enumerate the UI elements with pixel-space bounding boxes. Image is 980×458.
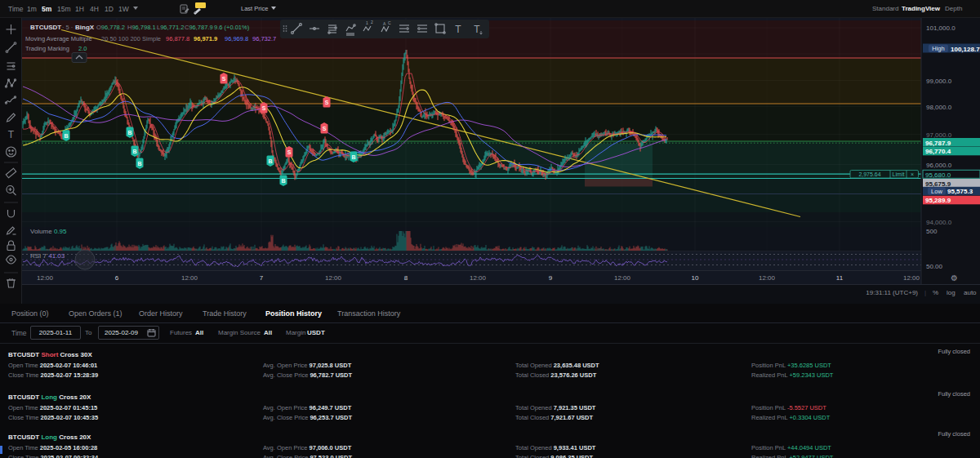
svg-text:· 5 ·: · 5 · <box>62 24 73 31</box>
svg-text:2.0: 2.0 <box>78 45 87 52</box>
svg-text:12:00: 12:00 <box>903 274 920 282</box>
svg-text:9: 9 <box>549 274 553 282</box>
svg-text:T: T <box>455 24 461 35</box>
svg-text:8: 8 <box>404 274 408 282</box>
svg-text:96,971.9: 96,971.9 <box>194 35 217 42</box>
svg-text:101,000.0: 101,000.0 <box>926 24 956 32</box>
svg-text:High: High <box>932 45 944 52</box>
svg-text:9.6 (+0.01%): 9.6 (+0.01%) <box>214 24 250 31</box>
svg-text:Moving Average Multiple: Moving Average Multiple <box>25 35 92 42</box>
svg-text:95,575.3: 95,575.3 <box>947 188 973 195</box>
svg-text:19:31:11 (UTC+9): 19:31:11 (UTC+9) <box>866 289 918 296</box>
svg-text:2: 2 <box>371 20 373 24</box>
svg-text:100,128.7: 100,128.7 <box>951 46 980 53</box>
svg-text:50.00: 50.00 <box>926 263 943 270</box>
svg-text:500: 500 <box>926 228 938 235</box>
svg-text:2,975.64: 2,975.64 <box>858 171 880 177</box>
svg-text:T: T <box>474 24 480 35</box>
svg-text:12:00: 12:00 <box>37 274 54 282</box>
svg-text:B: B <box>281 178 285 184</box>
svg-text:S: S <box>325 100 329 105</box>
svg-text:96,787.9: 96,787.9 <box>925 140 951 147</box>
svg-text:7: 7 <box>260 274 264 282</box>
svg-text:B: B <box>268 158 272 164</box>
svg-text:⚙: ⚙ <box>951 273 958 282</box>
svg-text:T: T <box>8 129 15 140</box>
svg-text:B: B <box>64 133 68 139</box>
svg-text:20 50 100 200 Simple: 20 50 100 200 Simple <box>101 35 161 42</box>
svg-text:C: C <box>388 20 391 25</box>
svg-text:S: S <box>262 105 266 111</box>
svg-text:96,969.8: 96,969.8 <box>225 35 248 42</box>
svg-text:S: S <box>323 126 327 131</box>
svg-text:H96,798.1: H96,798.1 <box>127 24 156 31</box>
svg-text:RSI 7 41.03: RSI 7 41.03 <box>30 252 65 260</box>
svg-text:S: S <box>222 76 226 82</box>
svg-text:Low: Low <box>931 188 942 195</box>
svg-text:95,680.0: 95,680.0 <box>925 171 951 179</box>
svg-text:6: 6 <box>115 274 119 282</box>
svg-text:auto: auto <box>964 289 977 296</box>
svg-text:12:00: 12:00 <box>614 274 631 282</box>
svg-text:Volume 0.95: Volume 0.95 <box>30 228 67 235</box>
svg-text:12:00: 12:00 <box>181 274 198 282</box>
svg-text:B: B <box>132 149 136 154</box>
svg-text:%: % <box>933 289 938 296</box>
svg-text:98,000.0: 98,000.0 <box>926 104 952 111</box>
svg-text:96,877.8: 96,877.8 <box>166 35 189 42</box>
svg-text:95,289.9: 95,289.9 <box>925 197 951 204</box>
svg-text:96,770.4: 96,770.4 <box>925 148 951 155</box>
svg-text:99,000.0: 99,000.0 <box>926 78 952 85</box>
svg-text:11: 11 <box>836 274 844 282</box>
svg-text:log: log <box>947 289 956 296</box>
svg-text:S: S <box>287 149 292 155</box>
svg-text:O96,778.2: O96,778.2 <box>96 24 125 31</box>
svg-text:97,000.0: 97,000.0 <box>926 131 952 139</box>
svg-text:×: × <box>911 171 914 177</box>
svg-text:L96,771.2: L96,771.2 <box>157 24 184 31</box>
svg-text:B: B <box>137 161 141 167</box>
svg-text:95,675.9: 95,675.9 <box>925 180 951 188</box>
svg-text:BingX: BingX <box>75 24 95 31</box>
svg-text:1: 1 <box>366 20 368 25</box>
svg-text:Limit: Limit <box>893 171 905 177</box>
svg-text:12:00: 12:00 <box>759 274 776 282</box>
svg-text:B: B <box>351 154 355 160</box>
svg-text:96,000.0: 96,000.0 <box>926 162 952 169</box>
svg-text:B: B <box>127 130 131 136</box>
svg-text:96,732.7: 96,732.7 <box>252 35 276 42</box>
svg-text:12:00: 12:00 <box>470 274 487 282</box>
svg-text:12:00: 12:00 <box>325 274 342 282</box>
svg-text:C96,787.9: C96,787.9 <box>185 24 213 31</box>
svg-text:|: | <box>924 289 926 296</box>
svg-text:BTCUSDT: BTCUSDT <box>30 24 61 31</box>
svg-text:Trading Marking: Trading Marking <box>25 45 69 52</box>
svg-text:10: 10 <box>692 274 699 282</box>
svg-text:94,000.0: 94,000.0 <box>926 219 952 226</box>
